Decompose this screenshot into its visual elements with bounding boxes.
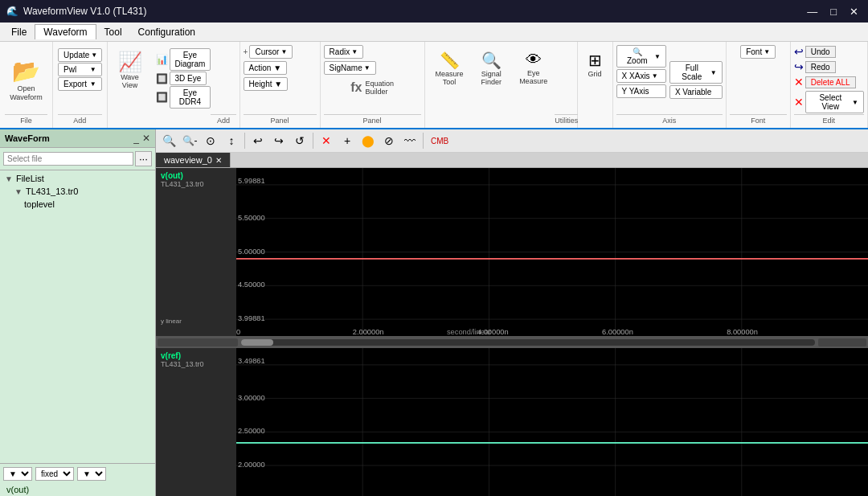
eye-ddr4-btn[interactable]: Eye DDR4: [170, 86, 211, 109]
add-group-label: Add: [58, 114, 102, 125]
svg-text:5.50000: 5.50000: [238, 214, 265, 222]
file-input[interactable]: [3, 152, 133, 166]
filelist-label: FileList: [16, 174, 44, 183]
ribbon-group-axis: 🔍 Zoom ▼ X XAxis ▼ Y YAxis Full Scale ▼ …: [613, 42, 727, 128]
cursor-btn[interactable]: Cursor ▼: [249, 45, 293, 59]
open-waveform-btn[interactable]: 📂 OpenWaveform: [4, 55, 48, 105]
action-btn[interactable]: Action ▼: [244, 61, 287, 75]
zoom-y-btn[interactable]: ↕: [222, 131, 241, 150]
redo-tool-btn[interactable]: ↪: [269, 131, 289, 150]
menu-tool[interactable]: Tool: [96, 25, 130, 39]
full-scale-btn[interactable]: Full Scale ▼: [669, 61, 723, 84]
vout-file-name: TL431_13.tr0: [161, 180, 231, 188]
radix-btn[interactable]: Radix ▼: [324, 45, 364, 59]
zoom-btn[interactable]: 🔍 Zoom ▼: [616, 45, 666, 68]
tree-indent-tl431: ▼ TL431_13.tr0 toplevel: [11, 185, 154, 211]
ribbon-group-utilities: 📏 MeasureTool 🔍 SignalFinder 👁 EyeMeasur…: [425, 42, 578, 128]
waveform-svg-vref: 3.49861 3.00000 2.50000 2.00000 1.49861 …: [236, 348, 868, 496]
reset-tool-btn[interactable]: ↺: [290, 131, 309, 150]
equation-builder-btn[interactable]: fx EquationBuilder: [346, 77, 398, 98]
tree-item-tl431[interactable]: ▼ TL431_13.tr0: [11, 185, 154, 198]
undo-tool-btn[interactable]: ↩: [248, 131, 268, 150]
left-panel: WaveForm _ ✕ ··· ▼ FileList ▼ TL431_13.t…: [0, 129, 156, 496]
svg-text:5.99881: 5.99881: [238, 177, 265, 185]
signal-vout[interactable]: v(out): [6, 484, 149, 495]
stop-btn[interactable]: ✕: [317, 131, 336, 150]
menu-file[interactable]: File: [3, 25, 35, 39]
update-btn[interactable]: Update ▼: [58, 48, 102, 62]
wave-btn[interactable]: 〰: [400, 131, 420, 150]
filelist-expand-icon: ▼: [5, 174, 13, 183]
signal-finder-btn[interactable]: 🔍 SignalFinder: [474, 45, 510, 92]
redo-btn[interactable]: Redo: [805, 61, 836, 73]
file-group-label: File: [5, 114, 47, 125]
xaxis-btn[interactable]: X XAxis ▼: [616, 69, 666, 83]
ribbon-group-cursor: + Cursor ▼ Action ▼ Height ▼ Panel: [240, 42, 321, 128]
undo-btn[interactable]: Undo: [805, 46, 836, 58]
scrollbar-track-1[interactable]: [241, 339, 815, 346]
x-variable-btn[interactable]: X Variable: [669, 85, 723, 99]
main-layout: WaveForm _ ✕ ··· ▼ FileList ▼ TL431_13.t…: [0, 129, 868, 496]
wave-view-btn[interactable]: 📈 WaveView: [111, 45, 149, 95]
circle-btn[interactable]: ⬤: [358, 131, 378, 150]
pwl-btn[interactable]: Pwl ▼: [58, 63, 102, 76]
close-btn[interactable]: ✕: [846, 6, 862, 18]
menu-bar: File Waveform Tool Configuration: [0, 23, 868, 42]
no-btn[interactable]: ⊘: [379, 131, 399, 150]
tl431-expand-icon: ▼: [14, 187, 23, 196]
svg-text:second/linear: second/linear: [447, 328, 491, 336]
chart-vout: v(out) TL431_13.tr0 y linear: [156, 168, 868, 337]
tree-item-filelist[interactable]: ▼ FileList: [2, 172, 154, 185]
measure-tool-btn[interactable]: 📏 MeasureTool: [428, 45, 471, 92]
eye-measure-btn[interactable]: 👁 EyeMeasure: [512, 45, 555, 91]
ribbon-group-grid: ⊞ Grid: [578, 42, 613, 128]
chart-vout-area[interactable]: 5.99881 5.50000 5.00000 4.50000 3.99881 …: [236, 168, 868, 336]
tab-close-btn[interactable]: ✕: [215, 156, 222, 165]
svg-text:2.00000: 2.00000: [238, 461, 265, 469]
app-title: WaveformView V1.0 (TL431): [23, 6, 146, 17]
zoom-out-btn[interactable]: 🔍-: [180, 131, 199, 150]
svg-text:2.50000: 2.50000: [238, 427, 265, 435]
tab-bar: waveview_0 ✕: [156, 153, 868, 168]
eye-3d-btn[interactable]: 3D Eye: [170, 72, 207, 85]
panel-close-btn[interactable]: ✕: [142, 133, 150, 144]
menu-waveform[interactable]: Waveform: [35, 24, 96, 39]
tree-item-toplevel[interactable]: toplevel: [21, 198, 154, 211]
cmb-btn[interactable]: CMB: [427, 131, 452, 150]
vref-signal-name: v(ref): [161, 351, 231, 360]
signame-btn[interactable]: SigName ▼: [324, 61, 376, 75]
svg-text:8.00000n: 8.00000n: [727, 328, 758, 336]
font-btn[interactable]: Font ▼: [740, 45, 776, 59]
chart-vref-area[interactable]: 3.49861 3.00000 2.50000 2.00000 1.49861 …: [236, 348, 868, 496]
bottom-select-1[interactable]: ▼: [3, 467, 32, 481]
yaxis-btn[interactable]: Y YAxis: [616, 84, 666, 98]
svg-text:4.50000: 4.50000: [238, 281, 265, 289]
scrollbar-1[interactable]: [156, 337, 868, 348]
svg-text:2.00000n: 2.00000n: [353, 328, 384, 336]
add-marker-btn[interactable]: +: [338, 131, 357, 150]
ribbon-group-edit: ↩ Undo ↪ Redo ✕ Delete ALL ✕ Select View…: [791, 42, 868, 128]
eye-diagram-btn[interactable]: Eye Diagram: [170, 48, 211, 71]
zoom-in-btn[interactable]: 🔍: [159, 131, 178, 150]
panel-minimize-btn[interactable]: _: [133, 133, 139, 144]
tab-waveview0[interactable]: waveview_0 ✕: [156, 153, 231, 167]
zoom-fit-btn[interactable]: ⊙: [201, 131, 220, 150]
delete-all-btn[interactable]: Delete ALL: [805, 76, 856, 88]
grid-btn[interactable]: ⊞ Grid: [581, 45, 609, 84]
select-view-btn[interactable]: Select View ▼: [805, 91, 864, 113]
title-bar: 🌊 WaveformView V1.0 (TL431) — □ ✕: [0, 0, 868, 23]
charts-area: v(out) TL431_13.tr0 y linear: [156, 168, 868, 496]
export-btn[interactable]: Export ▼: [58, 77, 102, 91]
tree-indent-toplevel: toplevel: [21, 198, 154, 211]
maximize-btn[interactable]: □: [827, 6, 840, 18]
minimize-btn[interactable]: —: [804, 6, 821, 18]
file-dots-btn[interactable]: ···: [135, 151, 152, 166]
scrollbar-thumb-1[interactable]: [241, 339, 273, 346]
waveform-svg-vout: 5.99881 5.50000 5.00000 4.50000 3.99881 …: [236, 168, 868, 336]
bottom-select-3[interactable]: ▼: [77, 467, 106, 481]
bottom-select-fixed[interactable]: fixed: [35, 467, 74, 481]
height-btn[interactable]: Height ▼: [244, 77, 289, 91]
chart-vout-label: v(out) TL431_13.tr0 y linear: [156, 168, 236, 336]
vref-file-name: TL431_13.tr0: [161, 360, 231, 368]
menu-configuration[interactable]: Configuration: [130, 25, 203, 39]
